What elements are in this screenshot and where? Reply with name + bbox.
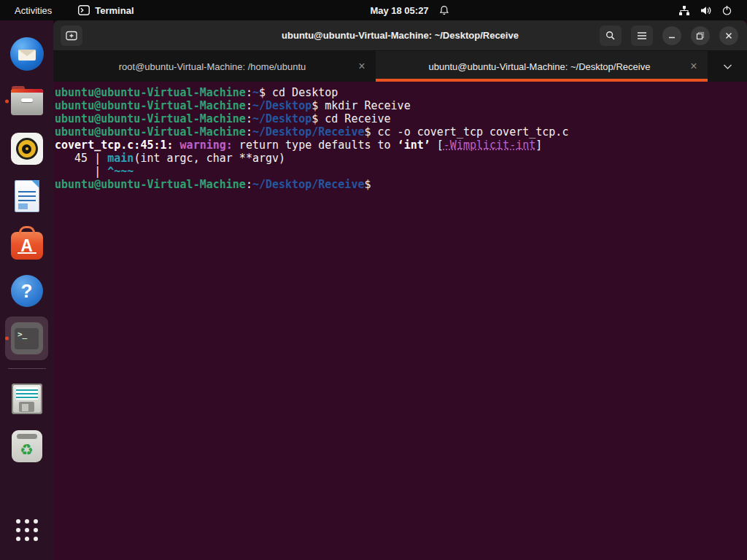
chevron-down-icon bbox=[723, 63, 732, 70]
new-tab-button[interactable] bbox=[61, 26, 82, 46]
libreoffice-writer-icon bbox=[15, 180, 39, 212]
terminal-line: ubuntu@ubuntu-Virtual-Machine:~/Desktop/… bbox=[55, 178, 746, 191]
terminal-line: | ^~~~ bbox=[55, 165, 746, 178]
title-bar[interactable]: ubuntu@ubuntu-Virtual-Machine: ~/Desktop… bbox=[53, 20, 747, 51]
terminal-line: ubuntu@ubuntu-Virtual-Machine:~/Desktop/… bbox=[55, 125, 746, 139]
dock-item-libreoffice-writer[interactable] bbox=[0, 179, 53, 214]
terminal-prompt-glyph: >_ bbox=[15, 328, 39, 349]
show-applications-grid-icon[interactable] bbox=[16, 519, 38, 541]
tab-title: root@ubuntu-Virtual-Machine: /home/ubunt… bbox=[53, 61, 352, 72]
activities-button[interactable]: Activities bbox=[10, 4, 56, 18]
restore-icon bbox=[696, 31, 705, 40]
speaker-volume-icon bbox=[700, 5, 712, 16]
help-icon: ? bbox=[11, 275, 43, 307]
terminal-output[interactable]: ubuntu@ubuntu-Virtual-Machine:~$ cd Desk… bbox=[53, 82, 747, 560]
tab-list-button[interactable] bbox=[708, 51, 747, 82]
running-indicator-dot bbox=[5, 337, 9, 341]
clock-menu-button[interactable]: May 18 05:27 bbox=[370, 4, 449, 16]
tab-title: ubuntu@ubuntu-Virtual-Machine: ~/Desktop… bbox=[376, 61, 684, 72]
search-button[interactable] bbox=[600, 26, 622, 46]
dock-item-help[interactable]: ? bbox=[0, 273, 53, 308]
terminal-window: ubuntu@ubuntu-Virtual-Machine: ~/Desktop… bbox=[53, 20, 747, 560]
notification-bell-icon bbox=[439, 4, 450, 16]
dock-item-ubuntu-software[interactable]: A bbox=[0, 226, 53, 261]
tab-close-icon[interactable]: × bbox=[352, 60, 371, 73]
search-icon bbox=[605, 31, 616, 41]
trash-icon: ♻ bbox=[12, 430, 42, 462]
terminal-line: 45 | main(int argc, char **argv) bbox=[55, 152, 746, 165]
minimize-button[interactable] bbox=[662, 26, 681, 45]
tab-bar: root@ubuntu-Virtual-Machine: /home/ubunt… bbox=[53, 51, 747, 82]
terminal-line: ubuntu@ubuntu-Virtual-Machine:~/Desktop$… bbox=[55, 112, 746, 125]
rhythmbox-icon bbox=[11, 133, 43, 165]
power-icon bbox=[721, 4, 732, 16]
clock-label: May 18 05:27 bbox=[370, 5, 428, 16]
recycle-glyph: ♻ bbox=[20, 441, 34, 459]
close-icon bbox=[724, 31, 733, 40]
top-bar: Activities Terminal May 18 05:27 bbox=[0, 0, 747, 20]
system-status-area[interactable] bbox=[678, 4, 747, 16]
terminal-line: ubuntu@ubuntu-Virtual-Machine:~/Desktop$… bbox=[55, 99, 746, 112]
dock-separator bbox=[8, 368, 46, 369]
thunderbird-icon bbox=[10, 37, 44, 71]
dock-item-trash[interactable]: ♻ bbox=[0, 429, 53, 464]
files-icon bbox=[11, 89, 43, 115]
dock-item-terminal[interactable]: >_ bbox=[0, 321, 53, 356]
software-letter: A bbox=[20, 236, 33, 256]
tab-close-icon[interactable]: × bbox=[684, 60, 703, 73]
restore-button[interactable] bbox=[691, 26, 710, 45]
dock-item-rhythmbox[interactable] bbox=[0, 131, 53, 166]
menu-button[interactable] bbox=[631, 26, 653, 46]
ubuntu-software-icon: A bbox=[11, 232, 43, 260]
terminal-line: ubuntu@ubuntu-Virtual-Machine:~$ cd Desk… bbox=[55, 86, 746, 99]
terminal-icon: >_ bbox=[11, 322, 43, 354]
close-button[interactable] bbox=[719, 26, 738, 45]
dock-item-removable-media[interactable] bbox=[0, 381, 53, 416]
app-menu-button[interactable]: Terminal bbox=[78, 5, 133, 16]
hamburger-menu-icon bbox=[637, 31, 647, 40]
terminal-window-icon bbox=[78, 5, 90, 15]
help-question-mark: ? bbox=[21, 280, 33, 303]
minimize-icon bbox=[667, 31, 676, 40]
dock: A ? >_ ♻ bbox=[0, 20, 53, 560]
terminal-line: covert_tcp.c:45:1: warning: return type … bbox=[55, 139, 746, 152]
tab-root-home-ubuntu[interactable]: root@ubuntu-Virtual-Machine: /home/ubunt… bbox=[53, 51, 376, 82]
floppy-drive-icon bbox=[12, 384, 42, 414]
wired-network-icon bbox=[678, 5, 690, 16]
running-indicator-dot bbox=[5, 100, 9, 104]
tab-ubuntu-desktop-receive[interactable]: ubuntu@ubuntu-Virtual-Machine: ~/Desktop… bbox=[376, 51, 708, 82]
app-menu-label: Terminal bbox=[95, 5, 133, 16]
dock-item-thunderbird[interactable] bbox=[0, 36, 53, 71]
dock-item-files[interactable] bbox=[0, 84, 53, 119]
